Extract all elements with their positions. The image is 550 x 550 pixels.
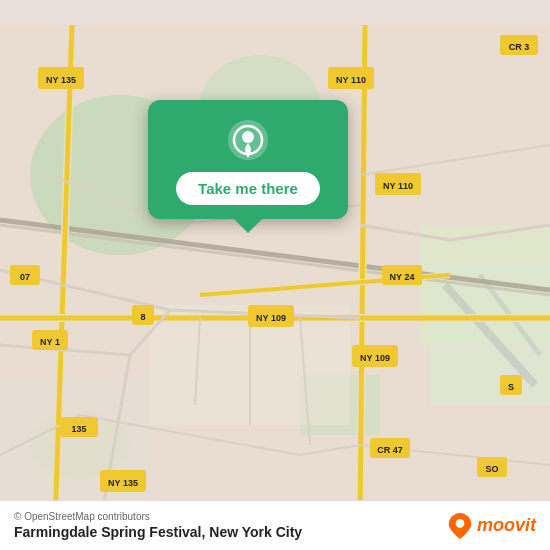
svg-point-70 bbox=[242, 131, 254, 143]
map-attribution: © OpenStreetMap contributors bbox=[14, 511, 302, 522]
moovit-brand-text: moovit bbox=[477, 515, 536, 536]
map-popup-card: Take me there bbox=[148, 100, 348, 219]
svg-text:NY 109: NY 109 bbox=[256, 313, 286, 323]
location-title: Farmingdale Spring Festival, New York Ci… bbox=[14, 524, 302, 540]
svg-text:NY 24: NY 24 bbox=[390, 272, 415, 282]
svg-text:NY 109: NY 109 bbox=[360, 353, 390, 363]
svg-text:SO: SO bbox=[485, 464, 498, 474]
svg-text:8: 8 bbox=[140, 312, 145, 322]
svg-text:NY 135: NY 135 bbox=[108, 478, 138, 488]
svg-text:NY 110: NY 110 bbox=[383, 181, 413, 191]
svg-point-71 bbox=[456, 519, 465, 528]
bottom-bar: © OpenStreetMap contributors Farmingdale… bbox=[0, 500, 550, 550]
moovit-logo: moovit bbox=[447, 513, 536, 539]
take-me-there-button[interactable]: Take me there bbox=[176, 172, 320, 205]
svg-text:CR 47: CR 47 bbox=[377, 445, 403, 455]
bottom-info: © OpenStreetMap contributors Farmingdale… bbox=[14, 511, 302, 540]
svg-text:NY 110: NY 110 bbox=[336, 75, 366, 85]
svg-text:07: 07 bbox=[20, 272, 30, 282]
svg-text:CR 3: CR 3 bbox=[509, 42, 530, 52]
svg-text:135: 135 bbox=[71, 424, 86, 434]
svg-text:NY 1: NY 1 bbox=[40, 337, 60, 347]
map-container: NY 135 NY 110 NY 110 NY 109 NY 109 NY 24… bbox=[0, 0, 550, 550]
svg-text:S: S bbox=[508, 382, 514, 392]
location-pin-icon bbox=[226, 118, 270, 162]
svg-text:NY 135: NY 135 bbox=[46, 75, 76, 85]
moovit-pin-icon bbox=[447, 513, 473, 539]
